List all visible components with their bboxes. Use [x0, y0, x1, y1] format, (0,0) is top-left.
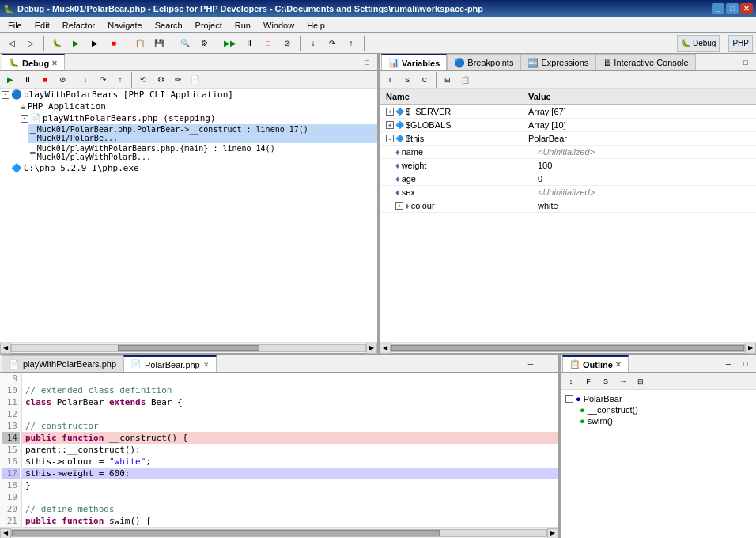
toolbar-resume[interactable]: ▶▶ [221, 35, 239, 52]
var-row-weight[interactable]: ♦ weight 100 [380, 159, 756, 172]
outline-tab-close[interactable]: ✕ [615, 361, 622, 369]
toolbar-run2[interactable]: ▶ [86, 35, 104, 52]
var-row-server[interactable]: + 🔷 $_SERVER Array [67] [380, 105, 756, 119]
vars-scroll-right[interactable]: ▶ [745, 343, 756, 354]
menu-edit[interactable]: Edit [28, 17, 56, 32]
menu-project[interactable]: Project [189, 17, 229, 32]
editor-scroll-right[interactable]: ▶ [547, 528, 558, 539]
menu-help[interactable]: Help [301, 17, 331, 32]
toolbar-search-btn[interactable]: 🔍 [176, 35, 194, 52]
outline-swim[interactable]: ● swim() [578, 415, 753, 426]
var-expand-colour[interactable]: + [395, 202, 403, 210]
tree-item-php-exe[interactable]: 🔷 C:\php-5.2.9-1\php.exe [9, 162, 377, 174]
dt-suspend[interactable]: ⏸ [19, 71, 36, 89]
toolbar-disconnect[interactable]: ⊘ [278, 35, 296, 52]
dt-editlaunchcfg[interactable]: ✏ [169, 71, 187, 89]
tree-item-frame1[interactable]: ═ Muck01/PolarBear.php.PolarBear->__cons… [28, 124, 377, 143]
var-row-age[interactable]: ♦ age 0 [380, 172, 756, 186]
polar-tab-close[interactable]: ✕ [203, 361, 210, 369]
debug-tab-close[interactable]: ✕ [51, 59, 58, 67]
vars-tb-collapse[interactable]: ⊟ [439, 71, 456, 89]
tree-item-frame2[interactable]: ═ Muck01/playWithPolarBears.php.{main} :… [28, 143, 377, 162]
tree-expand-app[interactable]: - [2, 91, 9, 99]
editor-scroll-left[interactable]: ◀ [0, 528, 11, 539]
tree-item-stepping[interactable]: - 📄 playWithPolarBears.php (stepping) [19, 112, 377, 124]
tab-interactive-console[interactable]: 🖥 Interactive Console [595, 54, 695, 70]
outline-construct[interactable]: ● __construct() [578, 404, 753, 415]
tab-playwithpolarbears[interactable]: 📄 playWithPolarBears.php [2, 355, 123, 372]
scroll-thumb-h[interactable] [118, 345, 259, 351]
editor-min[interactable]: ─ [522, 355, 539, 373]
debug-panel-min[interactable]: ─ [341, 54, 358, 71]
outline-expand-polar[interactable]: - [565, 395, 573, 403]
scroll-right-btn[interactable]: ▶ [366, 343, 377, 354]
dt-stepover[interactable]: ↷ [94, 71, 112, 89]
debug-scrollbar-h[interactable]: ◀ ▶ [0, 342, 377, 353]
scroll-left-btn[interactable]: ◀ [0, 343, 11, 354]
var-row-name[interactable]: ♦ name <Uninitialized> [380, 146, 756, 159]
tree-item-phpapp[interactable]: ☕ PHP Application [9, 100, 377, 112]
toolbar-fwd[interactable]: ▷ [22, 35, 40, 52]
toolbar-gear[interactable]: ⚙ [195, 35, 213, 52]
toolbar-back[interactable]: ◁ [3, 35, 21, 52]
editor-scrollbar-h[interactable]: ◀ ▶ [0, 527, 558, 538]
var-row-globals[interactable]: + 🔷 $GLOBALS Array [10] [380, 119, 756, 132]
toolbar-stepreturn[interactable]: ↑ [342, 35, 360, 52]
tab-breakpoints[interactable]: 🔵 Breakpoints [447, 54, 520, 70]
toolbar-stop-red[interactable]: ■ [105, 35, 123, 52]
toolbar-debug-persp[interactable]: 🐛 Debug [677, 35, 720, 52]
close-button[interactable]: ✕ [740, 3, 753, 14]
var-row-this[interactable]: - 🔷 $this PolarBear [380, 132, 756, 146]
outline-hide-fields[interactable]: F [580, 373, 597, 390]
dt-stop[interactable]: ■ [36, 71, 54, 89]
dt-properties[interactable]: 📄 [187, 71, 204, 89]
editor-track-h[interactable] [11, 529, 547, 537]
var-row-colour[interactable]: + ♦ colour white [380, 199, 756, 213]
outline-hide-static[interactable]: S [597, 373, 614, 390]
vars-scrollbar-h[interactable]: ◀ ▶ [380, 342, 756, 353]
vars-scroll-left[interactable]: ◀ [380, 343, 391, 354]
vars-panel-min[interactable]: ─ [720, 54, 737, 71]
tab-variables[interactable]: 📊 Variables [381, 54, 447, 70]
dt-stepinto[interactable]: ↓ [77, 71, 94, 89]
toolbar-stepinto[interactable]: ↓ [304, 35, 322, 52]
dt-usestepping[interactable]: ⚙ [152, 71, 169, 89]
debug-tree[interactable]: - 🔵 playWithPolarBears [PHP CLI Applicat… [0, 89, 377, 342]
outline-max[interactable]: □ [737, 355, 754, 373]
dt-resume[interactable]: ▶ [2, 71, 19, 89]
vars-track-h[interactable] [391, 344, 745, 352]
editor-max[interactable]: □ [539, 355, 557, 373]
vars-tb-show-const[interactable]: C [416, 71, 433, 89]
var-row-sex[interactable]: ♦ sex <Uninitialized> [380, 186, 756, 199]
var-expand-server[interactable]: + [386, 108, 394, 116]
debug-panel-max[interactable]: □ [358, 54, 376, 71]
vars-tb-show-type[interactable]: T [381, 71, 399, 89]
toolbar-debug[interactable]: 🐛 [48, 35, 66, 52]
var-expand-globals[interactable]: + [386, 121, 394, 129]
toolbar-php-persp[interactable]: PHP [728, 35, 753, 52]
menu-search[interactable]: Search [149, 17, 189, 32]
outline-min[interactable]: ─ [720, 355, 737, 373]
toolbar-save[interactable]: 💾 [150, 35, 168, 52]
tree-expand-phpapp[interactable] [11, 103, 19, 111]
vars-thumb-h[interactable] [391, 345, 744, 351]
dt-stepreturn[interactable]: ↑ [112, 71, 129, 89]
outline-sync[interactable]: ↔ [614, 373, 632, 390]
menu-refactor[interactable]: Refactor [56, 17, 102, 32]
dt-disconnect[interactable]: ⊘ [54, 71, 71, 89]
var-expand-this[interactable]: - [386, 134, 394, 142]
menu-file[interactable]: File [2, 17, 28, 32]
tree-expand-stepping[interactable]: - [21, 115, 28, 123]
code-area[interactable]: // extended class definition class Polar… [22, 373, 558, 527]
toolbar-terminate[interactable]: □ [259, 35, 277, 52]
editor-thumb-h[interactable] [12, 530, 440, 536]
toolbar-run-green[interactable]: ▶ [67, 35, 85, 52]
outline-polarbear[interactable]: - ● PolarBear [564, 393, 753, 404]
tab-expressions[interactable]: 🔤 Expressions [520, 54, 595, 70]
menu-run[interactable]: Run [229, 17, 257, 32]
outline-collapse[interactable]: ⊟ [632, 373, 649, 390]
toolbar-suspend[interactable]: ⏸ [240, 35, 258, 52]
tree-item-app[interactable]: - 🔵 playWithPolarBears [PHP CLI Applicat… [0, 89, 377, 100]
vars-tb-copy[interactable]: 📋 [456, 71, 474, 89]
outline-sort[interactable]: ↕ [562, 373, 580, 390]
